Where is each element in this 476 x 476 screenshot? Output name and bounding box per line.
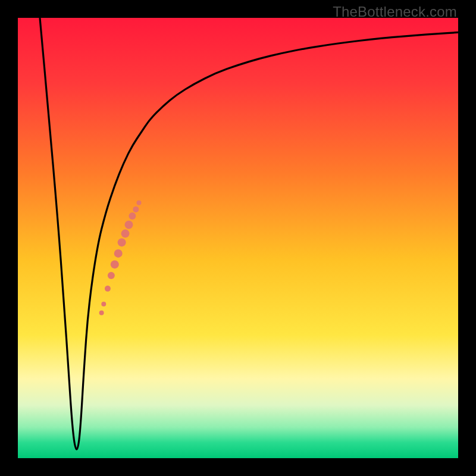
plot-frame (18, 18, 458, 458)
highlight-dot (118, 238, 126, 246)
highlight-dot (121, 230, 130, 238)
highlight-dot (105, 286, 111, 292)
highlight-dot (99, 311, 104, 315)
highlight-dot (108, 272, 115, 279)
highlight-dot (101, 302, 106, 306)
watermark-text: TheBottleneck.com (333, 4, 457, 20)
gradient-background (18, 18, 458, 458)
highlight-dot (133, 206, 139, 212)
highlight-dot (137, 201, 142, 205)
chart-canvas (18, 18, 458, 458)
highlight-dot (114, 249, 123, 258)
highlight-dot (111, 260, 119, 268)
highlight-dot (129, 212, 136, 220)
highlight-dot (124, 221, 133, 229)
